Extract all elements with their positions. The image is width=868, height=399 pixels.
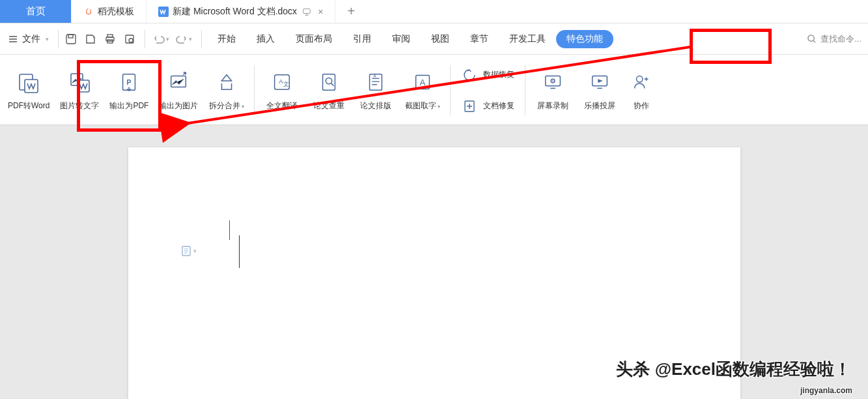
tab-document[interactable]: 新建 Microsoft Word 文档.docx ×	[147, 0, 335, 23]
split-merge-label: 拆分合并▾	[209, 100, 244, 111]
tab-template-label: 稻壳模板	[98, 6, 134, 18]
plus-icon: +	[347, 4, 355, 19]
tab-template[interactable]: 稻壳模板	[72, 0, 147, 23]
tab-home-label: 首页	[26, 5, 46, 18]
svg-text:P: P	[127, 79, 132, 86]
export-pdf-button[interactable]: P 输出为PDF	[104, 59, 154, 122]
menu-references[interactable]: 引用	[343, 29, 382, 50]
chevron-down-icon: ▾	[438, 104, 440, 110]
cast-icon	[587, 69, 613, 95]
save-button[interactable]	[63, 31, 79, 48]
command-search[interactable]: 查找命令...	[807, 33, 861, 45]
add-tab-button[interactable]: +	[335, 0, 367, 23]
chevron-down-icon: ▾	[193, 248, 197, 254]
image-to-text-icon	[66, 69, 92, 95]
capture-icon: A	[410, 69, 436, 95]
export-image-icon	[165, 69, 191, 95]
pdf-to-word-icon	[16, 69, 42, 95]
svg-point-9	[808, 35, 814, 41]
screen-record-label: 屏幕录制	[537, 100, 568, 111]
menu-chapter[interactable]: 章节	[460, 29, 499, 50]
cast-button[interactable]: 乐播投屏	[576, 59, 623, 122]
quick-access-toolbar	[63, 30, 145, 48]
translate-label: 全文翻译	[266, 100, 298, 111]
separator	[254, 65, 255, 115]
cast-label: 乐播投屏	[584, 100, 615, 111]
pdf-to-word-button[interactable]: PDF转Word	[3, 59, 55, 122]
document-page[interactable]: ▾	[128, 147, 740, 399]
svg-rect-13	[77, 80, 89, 92]
split-merge-button[interactable]: 拆分合并▾	[203, 59, 250, 122]
text-cursor	[239, 235, 240, 268]
svg-text:文: 文	[283, 80, 289, 87]
word-icon	[158, 7, 169, 17]
svg-rect-3	[68, 35, 73, 38]
svg-point-31	[637, 76, 643, 82]
print-preview-button[interactable]	[121, 31, 138, 48]
menu-insert[interactable]: 插入	[246, 29, 285, 50]
chevron-down-icon: ▾	[242, 104, 244, 110]
menu-special-features[interactable]: 特色功能	[556, 30, 613, 48]
search-icon	[807, 34, 817, 44]
separator	[450, 65, 451, 115]
translate-button[interactable]: A文 全文翻译	[259, 59, 305, 122]
recover-icon	[461, 66, 478, 83]
doc-repair-button[interactable]: 文档修复	[461, 93, 514, 119]
chevron-down-icon: ▾	[189, 36, 192, 42]
menu-review[interactable]: 审阅	[382, 29, 421, 50]
doc-repair-label: 文档修复	[483, 100, 514, 111]
plagiarism-check-button[interactable]: 论文查重	[305, 59, 352, 122]
image-to-text-button[interactable]: 图片转文字	[55, 59, 104, 122]
menu-pagelayout[interactable]: 页面布局	[285, 29, 343, 50]
ruler-marker	[229, 220, 231, 240]
close-icon[interactable]: ×	[318, 7, 323, 17]
menu-start[interactable]: 开始	[207, 29, 246, 50]
svg-text:A: A	[374, 74, 377, 78]
svg-point-8	[129, 38, 133, 42]
presentation-mode-icon[interactable]	[302, 7, 311, 16]
save-as-button[interactable]	[82, 31, 99, 48]
tabs-row: 首页 稻壳模板 新建 Microsoft Word 文档.docx × +	[0, 0, 868, 23]
file-menu[interactable]: 文件 ▾	[8, 30, 59, 48]
svg-point-29	[553, 80, 554, 81]
data-recover-label: 数据恢复	[483, 69, 514, 80]
paragraph-options-button[interactable]: ▾	[180, 245, 197, 257]
svg-rect-11	[25, 80, 38, 93]
search-placeholder: 查找命令...	[820, 33, 861, 45]
svg-rect-2	[66, 35, 76, 44]
menu-devtools[interactable]: 开发工具	[499, 29, 556, 50]
svg-rect-20	[323, 74, 335, 91]
typeset-button[interactable]: A 论文排版	[352, 59, 399, 122]
redo-button[interactable]: ▾	[173, 32, 195, 46]
export-pdf-label: 输出为PDF	[109, 100, 148, 111]
typeset-label: 论文排版	[360, 100, 391, 111]
print-button[interactable]	[102, 31, 119, 48]
export-image-button[interactable]: 输出为图片	[154, 59, 203, 122]
svg-rect-5	[107, 35, 113, 37]
tab-home[interactable]: 首页	[0, 0, 72, 23]
file-label: 文件	[22, 33, 40, 45]
undo-button[interactable]: ▾	[150, 32, 172, 46]
collab-icon	[628, 69, 654, 95]
repair-group: 数据恢复 文档修复	[455, 59, 521, 122]
chevron-down-icon: ▾	[166, 36, 169, 42]
undo-redo-group: ▾ ▾	[150, 30, 202, 48]
svg-rect-1	[303, 8, 311, 13]
collab-label: 协作	[634, 100, 649, 111]
export-image-label: 输出为图片	[159, 100, 198, 111]
main-menus: 开始 插入 页面布局 引用 审阅 视图 章节 开发工具 特色功能	[207, 29, 613, 50]
capture-label: 截图取字▾	[405, 100, 440, 111]
collab-button[interactable]: 协作	[623, 59, 660, 122]
svg-text:A: A	[420, 78, 426, 87]
screen-record-button[interactable]: 屏幕录制	[529, 59, 576, 122]
image-to-text-label: 图片转文字	[60, 100, 99, 111]
ribbon-toolbar: PDF转Word 图片转文字 P 输出为PDF 输出为图片 拆分合并▾ A文 全…	[0, 55, 868, 125]
pdf-to-word-label: PDF转Word	[8, 100, 49, 111]
split-merge-icon	[214, 69, 240, 95]
hamburger-icon	[8, 34, 18, 44]
data-recover-button[interactable]: 数据恢复	[461, 62, 514, 88]
capture-ocr-button[interactable]: A 截图取字▾	[399, 59, 446, 122]
plagiarism-label: 论文查重	[313, 100, 344, 111]
chevron-down-icon: ▾	[46, 36, 49, 42]
menu-view[interactable]: 视图	[421, 29, 460, 50]
